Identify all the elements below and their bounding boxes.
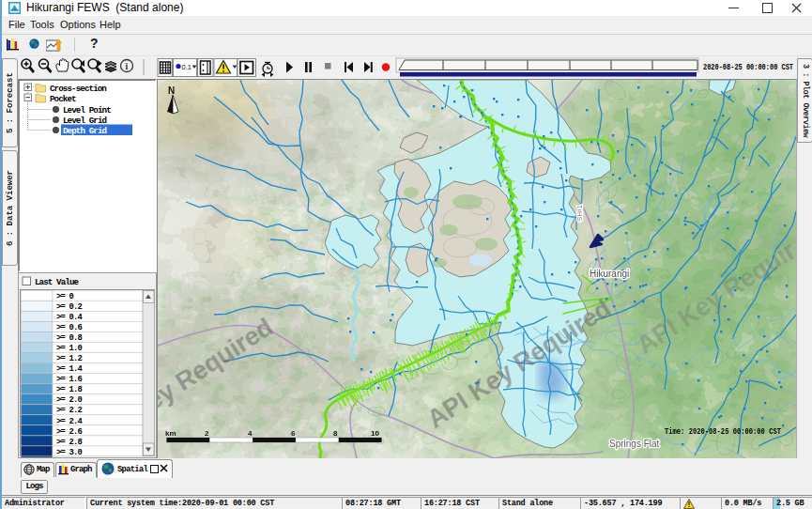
svg-text:Pocket: Pocket	[50, 94, 76, 104]
svg-text:Hikurangi: Hikurangi	[590, 269, 629, 279]
svg-text:>= 1.0: >= 1.0	[56, 344, 82, 353]
svg-text:6: 6	[291, 429, 296, 438]
svg-text:Level Grid: Level Grid	[63, 116, 107, 126]
svg-text:2: 2	[205, 429, 209, 438]
svg-text:>= 2.2: >= 2.2	[56, 406, 82, 415]
svg-text:Cross-section: Cross-section	[50, 84, 106, 94]
svg-text:SH 1: SH 1	[575, 205, 584, 222]
svg-text:0.1: 0.1	[182, 63, 192, 71]
svg-text:>= 2.8: >= 2.8	[56, 438, 82, 447]
svg-text:Springs Flat: Springs Flat	[609, 439, 660, 449]
svg-text:10: 10	[371, 429, 379, 438]
svg-text:>= 1.6: >= 1.6	[56, 375, 82, 384]
svg-text:>= 3.0: >= 3.0	[56, 448, 82, 457]
svg-text:>= 1.2: >= 1.2	[56, 354, 82, 363]
svg-text:8: 8	[333, 429, 338, 438]
svg-text:>= 1.4: >= 1.4	[56, 364, 83, 374]
svg-text:Depth Grid: Depth Grid	[63, 126, 107, 136]
svg-text:N: N	[168, 85, 175, 96]
svg-text:>= 0.6: >= 0.6	[56, 323, 82, 332]
svg-text:km: km	[165, 429, 176, 438]
svg-text:Time: 2020-08-25 00:00:00 CST: Time: 2020-08-25 00:00:00 CST	[665, 427, 781, 437]
svg-text:>= 0.8: >= 0.8	[56, 333, 82, 343]
svg-text:>= 1.8: >= 1.8	[56, 385, 82, 394]
svg-text:>= 2.4: >= 2.4	[56, 417, 83, 426]
svg-text:Last Value: Last Value	[35, 277, 80, 287]
svg-text:>= 2.6: >= 2.6	[56, 427, 82, 437]
svg-text:>= 0.2: >= 0.2	[56, 302, 82, 312]
svg-text:4: 4	[248, 429, 253, 438]
svg-text:>= 0: >= 0	[56, 292, 73, 301]
svg-text:>= 0.4: >= 0.4	[56, 313, 83, 322]
svg-text:Level Point: Level Point	[63, 105, 111, 116]
svg-text:i: i	[126, 61, 129, 71]
svg-text:2020-08-25 00:00:00 CST: 2020-08-25 00:00:00 CST	[703, 62, 793, 72]
svg-text:>= 2.0: >= 2.0	[56, 395, 82, 405]
